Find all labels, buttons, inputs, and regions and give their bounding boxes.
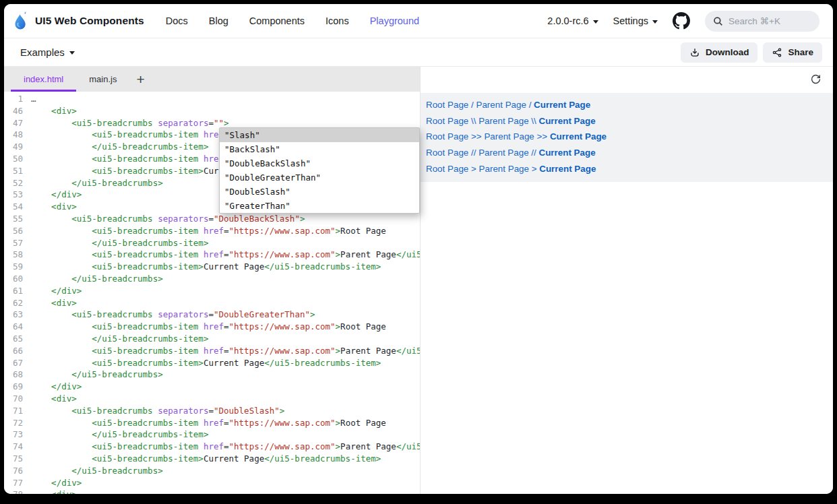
line-number: 65	[4, 333, 31, 345]
breadcrumbs-demo-area: Root Page / Parent Page / Current PageRo…	[421, 93, 833, 182]
autocomplete-option[interactable]: "DoubleSlash"	[220, 185, 419, 199]
line-number: 54	[4, 201, 31, 213]
code-line[interactable]: 77 </div>	[4, 477, 420, 489]
autocomplete-option[interactable]: "DoubleGreaterThan"	[220, 170, 419, 185]
refresh-icon[interactable]	[810, 73, 822, 85]
code-text: <div>	[31, 393, 420, 405]
code-line[interactable]: 57 </ui5-breadcrumbs-item>	[4, 237, 420, 249]
code-line[interactable]: 72 <ui5-breadcrumbs-item href="https://w…	[4, 417, 420, 429]
share-label: Share	[788, 47, 813, 57]
code-line[interactable]: 58 <ui5-breadcrumbs-item href="https://w…	[4, 249, 420, 261]
github-icon[interactable]	[673, 12, 690, 30]
code-line[interactable]: 76 </ui5-breadcrumbs>	[4, 465, 420, 477]
nav-item-components[interactable]: Components	[249, 15, 305, 26]
line-number: 75	[4, 453, 31, 465]
code-line[interactable]: 1…	[4, 93, 420, 105]
brand-title: UI5 Web Components	[35, 15, 144, 27]
download-button[interactable]: Download	[681, 42, 758, 63]
code-text: <ui5-breadcrumbs-item href="https://www.…	[31, 321, 420, 333]
chevron-down-icon	[652, 20, 658, 24]
autocomplete-option[interactable]: "GreaterThan"	[220, 199, 419, 213]
code-line[interactable]: 64 <ui5-breadcrumbs-item href="https://w…	[4, 321, 420, 333]
line-number: 70	[4, 393, 31, 405]
code-line[interactable]: 78 <div>	[4, 489, 420, 494]
nav-item-icons[interactable]: Icons	[326, 15, 349, 26]
code-text: <ui5-breadcrumbs separators="DoubleBackS…	[31, 213, 420, 225]
editor-tab-index.html[interactable]: index.html	[11, 67, 76, 92]
code-text: <ui5-breadcrumbs-item href="https://www.…	[31, 417, 420, 429]
editor-tab-main.js[interactable]: main.js	[76, 67, 129, 92]
breadcrumb-separator: \\	[529, 116, 539, 126]
breadcrumb-link[interactable]: Parent Page	[479, 164, 529, 174]
add-tab-button[interactable]: +	[129, 67, 151, 92]
search-icon	[713, 16, 723, 26]
breadcrumb-link[interactable]: Root Page	[426, 148, 468, 158]
line-number: 66	[4, 345, 31, 357]
breadcrumb-separator: \\	[468, 116, 478, 126]
line-number: 48	[4, 129, 31, 141]
examples-toolbar: Examples Download Share	[4, 38, 833, 67]
code-text: <div>	[31, 105, 420, 117]
line-number: 73	[4, 429, 31, 441]
ui5-flame-logo-icon	[12, 11, 29, 31]
search-input[interactable]: Search ⌘+K	[705, 11, 819, 32]
autocomplete-option[interactable]: "DoubleBackSlash"	[220, 156, 419, 170]
breadcrumb-link[interactable]: Root Page	[426, 164, 468, 174]
version-dropdown[interactable]: 2.0.0-rc.6	[547, 15, 598, 26]
line-number: 77	[4, 477, 31, 489]
breadcrumb-link[interactable]: Root Page	[426, 116, 468, 126]
code-line[interactable]: 74 <ui5-breadcrumbs-item href="https://w…	[4, 441, 420, 453]
share-button[interactable]: Share	[763, 42, 822, 63]
search-placeholder: Search ⌘+K	[728, 15, 780, 26]
code-line[interactable]: 63 <ui5-breadcrumbs separators="DoubleGr…	[4, 309, 420, 321]
code-line[interactable]: 46 <div>	[4, 105, 420, 117]
breadcrumb-separator: >>	[468, 131, 484, 141]
breadcrumb-link[interactable]: Parent Page	[478, 116, 528, 126]
line-number: 1	[4, 93, 31, 105]
nav-item-blog[interactable]: Blog	[209, 15, 228, 26]
nav-item-playground[interactable]: Playground	[370, 15, 419, 26]
chevron-down-icon	[593, 20, 598, 24]
code-line[interactable]: 55 <ui5-breadcrumbs separators="DoubleBa…	[4, 213, 420, 225]
code-line[interactable]: 75 <ui5-breadcrumbs-item>Current Page</u…	[4, 453, 420, 465]
breadcrumb-separator: >	[468, 164, 478, 174]
breadcrumb-link[interactable]: Parent Page	[476, 100, 526, 110]
code-line[interactable]: 59 <ui5-breadcrumbs-item>Current Page</u…	[4, 261, 420, 273]
editor-tabbar: index.htmlmain.js+	[4, 67, 420, 92]
nav-item-docs[interactable]: Docs	[166, 15, 188, 26]
brand[interactable]: UI5 Web Components	[12, 11, 144, 31]
breadcrumb-link[interactable]: Root Page	[426, 131, 468, 141]
code-line[interactable]: 71 <ui5-breadcrumbs separators="DoubleSl…	[4, 405, 420, 417]
breadcrumb-link[interactable]: Root Page	[426, 100, 468, 110]
settings-dropdown[interactable]: Settings	[613, 15, 658, 26]
examples-dropdown[interactable]: Examples	[20, 46, 75, 58]
top-navbar: UI5 Web Components DocsBlogComponentsIco…	[4, 4, 833, 38]
line-number: 47	[4, 117, 31, 129]
autocomplete-option[interactable]: "Slash"	[220, 128, 419, 142]
breadcrumb-separator: /	[468, 100, 476, 110]
code-line[interactable]: 67 <ui5-breadcrumbs-item>Current Page</u…	[4, 357, 420, 369]
line-number: 46	[4, 105, 31, 117]
code-line[interactable]: 61 </div>	[4, 285, 420, 297]
breadcrumb-link[interactable]: Parent Page	[478, 148, 528, 158]
line-number: 56	[4, 225, 31, 237]
app-window: UI5 Web Components DocsBlogComponentsIco…	[4, 4, 833, 494]
code-line[interactable]: 62 <div>	[4, 297, 420, 309]
code-text: <div>	[31, 489, 420, 494]
autocomplete-option[interactable]: "BackSlash"	[220, 142, 419, 156]
line-number: 74	[4, 441, 31, 453]
code-line[interactable]: 73 </ui5-breadcrumbs-item>	[4, 429, 420, 441]
code-line[interactable]: 56 <ui5-breadcrumbs-item href="https://w…	[4, 225, 420, 237]
code-text: <ui5-breadcrumbs-item href="https://www.…	[31, 225, 420, 237]
code-line[interactable]: 70 <div>	[4, 393, 420, 405]
code-line[interactable]: 65 </ui5-breadcrumbs-item>	[4, 333, 420, 345]
breadcrumb-link[interactable]: Parent Page	[484, 131, 534, 141]
code-text: <ui5-breadcrumbs-item href="https://www.…	[31, 249, 420, 261]
code-line[interactable]: 69 </div>	[4, 381, 420, 393]
code-line[interactable]: 66 <ui5-breadcrumbs-item href="https://w…	[4, 345, 420, 357]
code-line[interactable]: 60 </ui5-breadcrumbs>	[4, 273, 420, 285]
line-number: 59	[4, 261, 31, 273]
line-number: 62	[4, 297, 31, 309]
code-line[interactable]: 68 </ui5-breadcrumbs>	[4, 369, 420, 381]
breadcrumb-separator: >>	[534, 131, 550, 141]
